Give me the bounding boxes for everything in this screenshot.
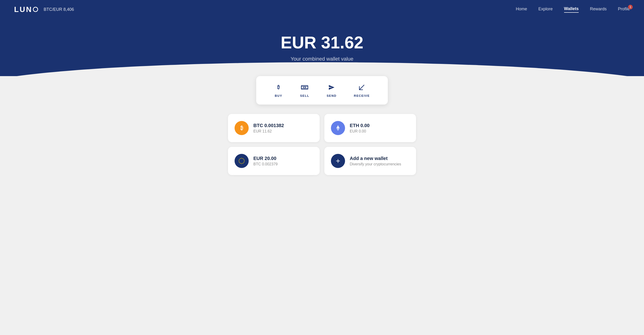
btc-icon: ₿ (234, 121, 249, 135)
add-secondary: Diversify your cryptocurrencies (350, 162, 410, 166)
action-bar: ₿ BUY SELL (256, 76, 388, 104)
svg-marker-12 (242, 158, 244, 160)
svg-marker-16 (242, 163, 244, 164)
eth-icon (331, 121, 345, 135)
eth-secondary: EUR 0.00 (350, 129, 410, 133)
svg-marker-15 (243, 161, 245, 163)
hero-subtitle: Your combined wallet value (5, 56, 639, 62)
wallets-grid: ₿ BTC 0.001382 EUR 11.62 ETH 0.00 (228, 114, 416, 175)
add-primary: Add a new wallet (350, 156, 410, 161)
receive-label: RECEIVE (354, 94, 370, 97)
btc-wallet-info: BTC 0.001382 EUR 11.62 (253, 123, 313, 133)
eur-secondary: BTC 0.002379 (253, 162, 313, 166)
nav-rewards[interactable]: Rewards (590, 6, 607, 12)
price-ticker: BTC/EUR 8,406 (44, 7, 74, 12)
sell-label: SELL (300, 94, 309, 97)
svg-text:₿: ₿ (277, 85, 280, 90)
eur-primary: EUR 20.00 (253, 156, 313, 161)
svg-marker-8 (336, 125, 340, 129)
nav-explore[interactable]: Explore (538, 6, 553, 12)
action-send[interactable]: SEND (322, 81, 341, 100)
header: LUN BTC/EUR 8,406 Home Explore Wallets R… (0, 0, 644, 19)
btc-secondary: EUR 11.62 (253, 129, 313, 133)
wallet-card-add[interactable]: + Add a new wallet Diversify your crypto… (324, 147, 416, 175)
svg-marker-11 (241, 158, 242, 159)
svg-text:₿: ₿ (240, 125, 243, 131)
svg-marker-20 (238, 160, 240, 162)
notification-badge: 1 (628, 5, 633, 9)
svg-line-6 (359, 85, 364, 90)
nav-home[interactable]: Home (516, 6, 527, 12)
svg-marker-21 (238, 159, 240, 160)
svg-marker-18 (240, 163, 241, 164)
buy-label: BUY (275, 94, 282, 97)
buy-icon: ₿ (274, 83, 283, 92)
btc-primary: BTC 0.001382 (253, 123, 313, 128)
sell-icon (300, 83, 309, 92)
svg-marker-19 (238, 161, 240, 163)
send-icon (328, 83, 336, 92)
nav-profile[interactable]: Profile 1 (618, 6, 630, 12)
add-wallet-icon: + (331, 154, 345, 168)
eur-wallet-info: EUR 20.00 BTC 0.002379 (253, 156, 313, 166)
action-sell[interactable]: SELL (296, 81, 314, 100)
wallet-card-eur[interactable]: EUR 20.00 BTC 0.002379 (228, 147, 320, 175)
content-wrapper: ₿ BUY SELL (228, 76, 416, 175)
wallet-card-btc[interactable]: ₿ BTC 0.001382 EUR 11.62 (228, 114, 320, 142)
svg-marker-5 (329, 85, 334, 90)
eth-wallet-info: ETH 0.00 EUR 0.00 (350, 123, 410, 133)
svg-marker-14 (244, 160, 245, 162)
send-label: SEND (327, 94, 336, 97)
svg-marker-17 (241, 163, 242, 164)
action-buy[interactable]: ₿ BUY (270, 81, 288, 100)
add-wallet-info: Add a new wallet Diversify your cryptocu… (350, 156, 410, 166)
main-nav: Home Explore Wallets Rewards Profile 1 (516, 6, 630, 13)
eth-primary: ETH 0.00 (350, 123, 410, 128)
svg-marker-22 (240, 158, 241, 160)
svg-marker-13 (243, 159, 245, 160)
wallet-card-eth[interactable]: ETH 0.00 EUR 0.00 (324, 114, 416, 142)
receive-icon (358, 83, 366, 92)
main-content: ₿ BUY SELL (0, 76, 644, 189)
header-left: LUN BTC/EUR 8,406 (14, 5, 74, 14)
svg-rect-1 (301, 85, 308, 89)
action-receive[interactable]: RECEIVE (349, 81, 375, 100)
hero-amount: EUR 31.62 (5, 33, 639, 52)
logo-o (33, 7, 38, 12)
eur-icon (234, 154, 249, 168)
nav-wallets[interactable]: Wallets (564, 6, 579, 13)
svg-point-2 (304, 86, 306, 88)
logo: LUN (14, 5, 38, 14)
